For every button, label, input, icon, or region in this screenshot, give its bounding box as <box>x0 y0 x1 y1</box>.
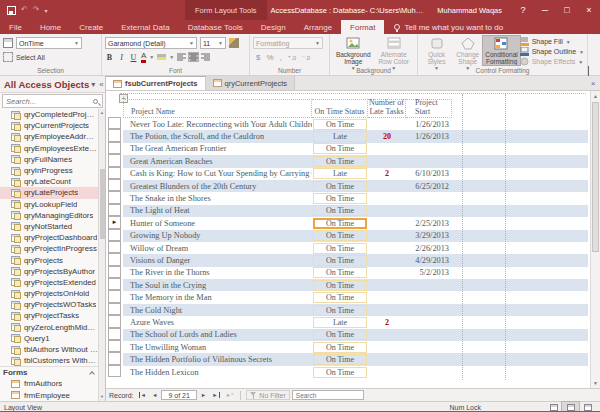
previous-record-button[interactable]: ◄ <box>150 391 159 400</box>
project-start-cell[interactable]: 5/2/2013 <box>406 268 452 277</box>
nav-query-item[interactable]: tblAuthors Without Matchin... <box>0 344 98 355</box>
document-tab[interactable]: fsubCurrentProjects <box>106 76 206 90</box>
record-selector[interactable]: ► <box>108 365 121 377</box>
late-tasks-cell[interactable]: 20 <box>368 132 406 141</box>
project-start-cell[interactable]: 4/29/2013 <box>406 256 452 265</box>
table-row[interactable]: ► Growing Up Nobody On Time 3/29/2013 <box>123 230 588 242</box>
late-tasks-cell[interactable]: 2 <box>368 169 406 178</box>
nav-query-item[interactable]: qryInProgress <box>0 165 98 176</box>
record-selector[interactable]: ► <box>108 142 121 154</box>
close-button[interactable]: × <box>578 0 600 20</box>
filter-toggle[interactable]: No Filter <box>246 390 289 400</box>
last-record-button[interactable]: ► <box>210 391 221 400</box>
record-selector[interactable]: ► <box>108 167 121 179</box>
record-selector[interactable]: ► <box>108 328 121 340</box>
table-row[interactable]: ► The Hidden Portfolio of Villainous Sec… <box>123 353 588 365</box>
nav-query-item[interactable]: qryCurrentProjects <box>0 120 98 131</box>
table-row[interactable]: ► Greatest Blunders of the 20th Century … <box>123 180 588 192</box>
table-row[interactable]: ► The Unwilling Woman On Time <box>123 341 588 353</box>
format-painter-icon[interactable] <box>229 38 239 48</box>
nav-query-item[interactable]: qryLookupField <box>0 199 98 210</box>
project-start-cell[interactable]: 2/26/2013 <box>406 244 452 253</box>
scroll-down-icon[interactable]: ▼ <box>591 378 600 388</box>
ribbon-tab[interactable]: Design <box>252 20 295 34</box>
table-row[interactable]: ► Great American Beaches On Time <box>123 155 588 167</box>
scroll-down-icon[interactable]: ▼ <box>99 393 105 401</box>
redo-icon[interactable]: ↷ <box>33 6 40 14</box>
nav-query-item[interactable]: qryManagingEditors <box>0 210 98 221</box>
document-tab[interactable]: qryCurrentProjects <box>206 76 296 90</box>
column-header-project-name[interactable]: Project Name <box>123 99 312 118</box>
new-record-button[interactable]: ►* <box>224 391 236 400</box>
align-center-icon[interactable] <box>189 53 198 61</box>
scroll-up-icon[interactable]: ▲ <box>99 109 105 117</box>
nav-query-item[interactable]: qryFullNames <box>0 154 98 165</box>
record-selector[interactable]: ► <box>108 303 121 315</box>
bold-button[interactable]: B <box>105 53 114 62</box>
table-row[interactable]: ► Hunter of Someone On Time 2/25/2013 <box>123 217 588 229</box>
ribbon-tab[interactable]: Arrange <box>295 20 341 34</box>
vertical-scrollbar[interactable]: ▲ ▼ <box>590 91 600 388</box>
background-image-button[interactable]: Background Image▼ <box>333 36 374 65</box>
underline-button[interactable]: U <box>129 53 138 62</box>
record-selector[interactable]: ► <box>108 315 121 327</box>
table-row[interactable]: ► The Hidden Lexicon On Time <box>123 366 588 378</box>
nav-query-item[interactable]: qryProjectsByAuthor <box>0 266 98 277</box>
navigation-search-input[interactable] <box>3 97 93 106</box>
collapse-ribbon-icon[interactable] <box>588 67 596 72</box>
table-row[interactable]: ► Never Too Late: Reconnecting with Your… <box>123 118 588 130</box>
column-header-late-tasks[interactable]: Number of Late Tasks <box>368 99 406 118</box>
table-row[interactable]: ► The Snake in the Shores On Time <box>123 192 588 204</box>
table-row[interactable]: ► The School of Lords and Ladies On Time <box>123 329 588 341</box>
font-name-combo[interactable]: Garamond (Detail)▼ <box>105 37 197 49</box>
align-left-icon[interactable] <box>177 53 186 61</box>
first-record-button[interactable]: ◄ <box>137 391 148 400</box>
column-header-on-time-status[interactable]: On Time Status <box>312 99 368 118</box>
font-size-combo[interactable]: 11▼ <box>200 37 226 49</box>
table-row[interactable]: ► The Light of Heat On Time <box>123 205 588 217</box>
record-selector[interactable]: ► <box>108 129 121 141</box>
nav-query-item[interactable]: qryEmployeesExtended <box>0 143 98 154</box>
shape-outline-button[interactable]: Shape Outline▼ <box>520 47 584 56</box>
navigation-search[interactable] <box>2 94 103 108</box>
form-view-button[interactable] <box>545 402 562 412</box>
project-start-cell[interactable]: 1/26/2013 <box>406 132 452 141</box>
signed-in-user[interactable]: Muhammad Waqas <box>427 6 512 15</box>
scrollbar-thumb[interactable] <box>100 169 105 239</box>
record-selector[interactable]: ► <box>108 154 121 166</box>
background-color-icon[interactable] <box>157 54 166 60</box>
project-start-cell[interactable]: 6/10/2013 <box>406 169 452 178</box>
navigation-scrollbar[interactable]: ▲ ▼ <box>98 109 105 401</box>
nav-query-item[interactable]: qryProjectInProgress <box>0 243 98 254</box>
nav-query-item[interactable]: qryLateCount <box>0 176 98 187</box>
record-search[interactable] <box>292 390 364 400</box>
record-selector[interactable]: ► <box>108 278 121 290</box>
next-record-button[interactable]: ► <box>199 391 208 400</box>
design-view-button[interactable] <box>579 402 596 412</box>
ribbon-tab[interactable]: File <box>0 20 31 34</box>
shape-fill-button[interactable]: Shape Fill▼ <box>520 37 584 46</box>
table-row[interactable]: ► Visions of Danger On Time 4/29/2013 <box>123 254 588 266</box>
record-selector[interactable]: ► <box>108 179 121 191</box>
nav-query-item[interactable]: qryZeroLengthMiddleInitial <box>0 322 98 333</box>
minimize-button[interactable]: ─ <box>534 0 556 20</box>
nav-query-item[interactable]: qryProjectsOnHold <box>0 288 98 299</box>
record-position[interactable]: 9 of 21 <box>161 390 196 400</box>
nav-query-item[interactable]: tblCustomers Without Match... <box>0 355 98 366</box>
undo-icon[interactable]: ↶ <box>21 6 28 14</box>
ribbon-tab[interactable]: External Data <box>112 20 178 34</box>
table-row[interactable]: ► The Cold Night On Time <box>123 304 588 316</box>
layout-view-button[interactable] <box>562 402 579 412</box>
record-selector[interactable]: ► <box>108 241 121 253</box>
record-selector[interactable]: ► <box>108 290 121 302</box>
record-selector[interactable]: ► <box>108 191 121 203</box>
close-object-icon[interactable]: × <box>586 76 600 90</box>
nav-form-item[interactable]: frmAuthors <box>0 378 98 389</box>
table-row[interactable]: ► Cash is King: How to Cut Your Spending… <box>123 168 588 180</box>
nav-query-item[interactable]: qryEmployeeAddresses <box>0 131 98 142</box>
table-row[interactable]: ► Azure Waves Late 2 <box>123 316 588 328</box>
late-tasks-cell[interactable]: 2 <box>368 318 406 327</box>
nav-query-item[interactable]: qryCompletedProjects <box>0 109 98 120</box>
project-start-cell[interactable]: 3/29/2013 <box>406 231 452 240</box>
record-selector[interactable]: ► <box>108 216 121 228</box>
